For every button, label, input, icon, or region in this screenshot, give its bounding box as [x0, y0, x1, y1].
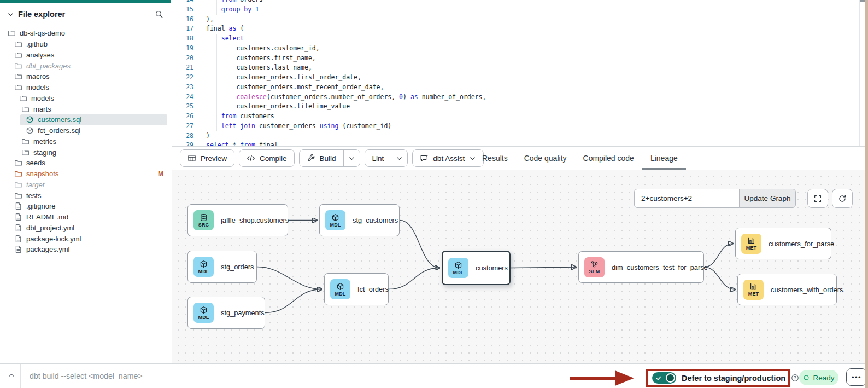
lineage-selector-input[interactable]	[634, 189, 740, 208]
tree-item-models[interactable]: models	[0, 82, 171, 93]
help-icon[interactable]	[791, 374, 799, 382]
node-label: fct_orders	[357, 285, 389, 293]
editor-toolbar: PreviewCompileBuildLintdbt Assist Result…	[172, 146, 865, 170]
node-type-badge: MET	[741, 234, 761, 254]
tree-item-readme-md[interactable]: README.md	[0, 212, 171, 223]
code-line: )	[206, 131, 486, 141]
lineage-node-stg-payments[interactable]: MDLstg_payments	[187, 297, 265, 329]
tree-item-analyses[interactable]: analyses	[0, 50, 171, 61]
tab-compiled-code[interactable]: Compiled code	[575, 147, 642, 170]
lineage-node-customers-for-parse[interactable]: METcustomers_for_parse	[735, 228, 831, 259]
tree-item-dbt-project-yml[interactable]: dbt_project.yml	[0, 223, 171, 234]
dbt-assist-button[interactable]: dbt Assist	[413, 150, 483, 166]
tree-item-github[interactable]: .github	[0, 39, 171, 50]
tree-item-staging[interactable]: staging	[0, 147, 171, 158]
node-label: customers	[476, 264, 508, 272]
tab-code-quality[interactable]: Code quality	[516, 147, 575, 170]
defer-toggle[interactable]	[652, 372, 676, 384]
collapse-command-bar-button[interactable]	[4, 368, 19, 382]
lineage-node-jaffle-shop-customers[interactable]: SRCjaffle_shop.customers	[187, 204, 288, 236]
lineage-node-fct-orders[interactable]: MDLfct_orders	[324, 273, 389, 305]
tree-item-marts[interactable]: marts	[0, 103, 171, 114]
line-number-gutter: 14151617181920212223242526272829	[172, 0, 193, 146]
toolbar-divider	[465, 147, 465, 170]
status-label: Ready	[813, 374, 834, 382]
update-graph-button[interactable]: Update Graph	[739, 189, 796, 208]
refresh-icon	[838, 194, 847, 203]
tab-lineage[interactable]: Lineage	[642, 147, 686, 170]
fullscreen-icon	[813, 194, 822, 203]
tree-item-dbt-packages[interactable]: dbt_packages	[0, 60, 171, 71]
tree-item-db-sl-qs-demo[interactable]: db-sl-qs-demo	[0, 28, 171, 39]
more-options-button[interactable]: •••	[846, 368, 867, 386]
chevron-down-icon[interactable]	[7, 11, 14, 18]
line-number: 16	[172, 15, 193, 25]
tree-item-metrics[interactable]: metrics	[0, 136, 171, 147]
fullscreen-button[interactable]	[807, 189, 828, 208]
code-line: final as (	[206, 24, 486, 34]
tree-item-package-lock-yml[interactable]: package-lock.yml	[0, 233, 171, 244]
toolbar-buttons: PreviewCompileBuildLintdbt Assist	[180, 147, 484, 170]
tree-item-snapshots[interactable]: snapshotsM	[0, 169, 171, 179]
tree-item-customers-sql[interactable]: customers.sql	[20, 114, 167, 125]
code-line: customer_orders.most_recent_order_date,	[206, 83, 486, 92]
lint-button[interactable]: Lint	[365, 150, 391, 166]
tree-item-label: db-sl-qs-demo	[20, 29, 65, 37]
modified-badge: M	[158, 170, 163, 178]
compile-button[interactable]: Compile	[239, 150, 294, 166]
lineage-node-customers-with-orders[interactable]: METcustomers_with_orders	[737, 274, 837, 305]
tree-item-target[interactable]: target	[0, 179, 171, 190]
tree-item-gitignore[interactable]: .gitignore	[0, 201, 171, 212]
result-tabs: ResultsCode qualityCompiled codeLineage	[474, 147, 686, 170]
build-button[interactable]: Build	[300, 150, 343, 166]
tree-item-packages-yml[interactable]: packages.yml	[0, 244, 171, 255]
scrollbar-thumb[interactable]	[860, 0, 865, 2]
node-type-badge: SEM	[584, 257, 605, 277]
tree-item-fct-orders-sql[interactable]: fct_orders.sql	[0, 125, 171, 136]
tab-results[interactable]: Results	[474, 147, 516, 170]
node-badge-label: SRC	[198, 222, 209, 228]
node-label: jaffle_shop.customers	[221, 216, 289, 224]
tree-item-label: packages.yml	[26, 245, 69, 253]
lineage-node-customers[interactable]: MDLcustomers	[442, 251, 511, 285]
code-line: from customers	[206, 112, 486, 121]
command-input[interactable]	[28, 368, 509, 384]
model-cube-icon	[454, 261, 462, 269]
model-cube-icon	[200, 260, 208, 268]
build-dropdown-button[interactable]	[343, 150, 360, 166]
model-cube-icon	[331, 213, 339, 222]
tree-item-label: dbt_project.yml	[26, 224, 74, 232]
lineage-selector: Update Graph	[634, 189, 796, 208]
check-icon	[655, 375, 662, 381]
tree-item-tests[interactable]: tests	[0, 190, 171, 201]
preview-button[interactable]: Preview	[180, 150, 234, 166]
tree-item-label: analyses	[26, 51, 54, 59]
tree-item-models[interactable]: models	[0, 93, 171, 104]
tree-item-macros[interactable]: macros	[0, 71, 171, 82]
editor-scrollbar[interactable]	[859, 0, 865, 146]
preview-button-label: Preview	[201, 154, 227, 163]
search-icon[interactable]	[155, 10, 163, 19]
refresh-graph-button[interactable]	[832, 189, 853, 208]
tree-item-label: package-lock.yml	[26, 235, 81, 243]
code-editor[interactable]: 14151617181920212223242526272829 from or…	[172, 0, 865, 146]
sidebar-accent-bar	[0, 0, 171, 3]
node-badge-label: MDL	[198, 315, 209, 320]
tree-item-seeds[interactable]: seeds	[0, 158, 171, 169]
status-badge[interactable]: Ready	[799, 370, 838, 385]
lineage-node-dim-customers-test-for-parse[interactable]: SEMdim_customers_test_for_parse	[578, 251, 704, 283]
compile-button-group: Compile	[239, 149, 295, 167]
code-line: select	[206, 34, 486, 44]
annotation-arrow	[566, 370, 635, 386]
node-badge-label: MDL	[453, 270, 464, 275]
folder-icon	[8, 29, 16, 37]
file-explorer-panel: File explorer db-sl-qs-demo.githubanalys…	[0, 0, 171, 363]
file-explorer-header: File explorer	[0, 4, 171, 24]
lineage-node-stg-orders[interactable]: MDLstg_orders	[187, 251, 257, 283]
lineage-node-stg-customers[interactable]: MDLstg_customers	[319, 204, 400, 236]
lint-dropdown-button[interactable]	[391, 150, 407, 166]
code-line: group by 1	[206, 5, 486, 15]
tree-item-label: metrics	[33, 137, 56, 146]
code-content[interactable]: from orders group by 1),final as ( selec…	[206, 0, 486, 146]
file-icon	[14, 245, 22, 253]
